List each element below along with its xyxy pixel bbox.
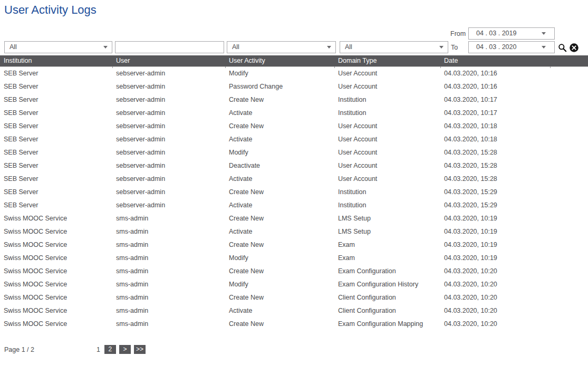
table-cell: Create New xyxy=(225,212,334,225)
institution-filter-select[interactable]: All xyxy=(4,41,112,53)
table-cell: Create New xyxy=(225,291,334,304)
table-row[interactable]: SEB Serversebserver-adminCreate NewUser … xyxy=(0,120,588,133)
next-page-button[interactable]: > xyxy=(119,345,131,354)
activity-table: Institution User User Activity Domain Ty… xyxy=(0,55,588,66)
table-cell: 04.03.2020, 15:29 xyxy=(440,186,550,199)
table-cell-filler xyxy=(550,225,588,238)
table-cell: Exam Configuration xyxy=(334,265,440,278)
table-cell: Modify xyxy=(225,67,334,80)
table-cell: sebserver-admin xyxy=(112,159,225,172)
table-cell-filler xyxy=(550,159,588,172)
clear-filter-button[interactable] xyxy=(569,43,579,52)
table-row[interactable]: SEB Serversebserver-adminModifyUser Acco… xyxy=(0,146,588,159)
user-activity-filter-select[interactable]: All xyxy=(227,41,336,53)
table-cell-filler xyxy=(550,93,588,107)
page-2-button[interactable]: 2 xyxy=(104,345,116,354)
table-cell: SEB Server xyxy=(0,80,112,93)
table-row[interactable]: SEB Serversebserver-adminPassword Change… xyxy=(0,80,588,93)
table-cell: Modify xyxy=(225,278,334,291)
table-cell: Institution xyxy=(334,186,440,199)
table-row[interactable]: Swiss MOOC Servicesms-adminCreate NewCli… xyxy=(0,291,588,304)
table-cell: User Account xyxy=(334,159,440,172)
column-header-date[interactable]: Date xyxy=(440,55,550,66)
user-filter-input[interactable] xyxy=(115,41,224,53)
table-cell: Swiss MOOC Service xyxy=(0,265,112,278)
domain-type-filter-select[interactable]: All xyxy=(340,41,448,53)
table-row[interactable]: SEB Serversebserver-adminActivateInstitu… xyxy=(0,199,588,212)
table-row[interactable]: Swiss MOOC Servicesms-adminCreate NewLMS… xyxy=(0,212,588,225)
page-title: User Activity Logs xyxy=(4,3,97,17)
table-cell: SEB Server xyxy=(0,199,112,212)
table-cell: Password Change xyxy=(225,80,334,93)
table-cell-filler xyxy=(550,304,588,318)
table-cell: Swiss MOOC Service xyxy=(0,212,112,225)
table-cell: sms-admin xyxy=(112,291,225,304)
table-row[interactable]: Swiss MOOC Servicesms-adminActivateClien… xyxy=(0,304,588,318)
search-button[interactable] xyxy=(557,43,567,52)
table-cell: Exam xyxy=(334,238,440,252)
table-cell: Exam Configuration History xyxy=(334,278,440,291)
last-page-button[interactable]: >> xyxy=(134,345,146,354)
column-header-user-activity[interactable]: User Activity xyxy=(225,55,334,66)
column-header-institution[interactable]: Institution xyxy=(0,55,112,66)
table-cell: Institution xyxy=(334,93,440,107)
table-cell: Swiss MOOC Service xyxy=(0,225,112,238)
table-cell: SEB Server xyxy=(0,67,112,80)
from-date-select[interactable]: 04 . 03 . 2019 xyxy=(468,27,555,40)
table-cell: Swiss MOOC Service xyxy=(0,304,112,318)
table-cell: Create New xyxy=(225,186,334,199)
table-cell: 04.03.2020, 10:16 xyxy=(440,80,550,93)
table-row[interactable]: SEB Serversebserver-adminActivateUser Ac… xyxy=(0,133,588,146)
table-cell-filler xyxy=(550,265,588,278)
table-cell-filler xyxy=(550,133,588,146)
column-header-user[interactable]: User xyxy=(112,55,225,66)
table-cell: sebserver-admin xyxy=(112,93,225,107)
table-cell: SEB Server xyxy=(0,186,112,199)
table-cell: 04.03.2020, 10:19 xyxy=(440,225,550,238)
table-cell: Swiss MOOC Service xyxy=(0,291,112,304)
table-cell: 04.03.2020, 15:29 xyxy=(440,199,550,212)
table-row[interactable]: SEB Serversebserver-adminCreate NewInsti… xyxy=(0,186,588,199)
pagination-summary: Page 1 / 2 xyxy=(4,346,34,353)
table-cell: User Account xyxy=(334,67,440,80)
chevron-down-icon xyxy=(542,32,546,35)
to-date-select[interactable]: 04 . 03 . 2020 xyxy=(468,41,555,53)
table-cell: SEB Server xyxy=(0,93,112,107)
table-row[interactable]: SEB Serversebserver-adminDeactivateUser … xyxy=(0,159,588,172)
table-cell-filler xyxy=(550,67,588,80)
table-cell: Activate xyxy=(225,304,334,318)
column-header-domain-type[interactable]: Domain Type xyxy=(334,55,440,66)
table-cell: Swiss MOOC Service xyxy=(0,252,112,265)
table-cell: sebserver-admin xyxy=(112,67,225,80)
user-activity-filter-value: All xyxy=(232,43,325,51)
table-row[interactable]: SEB Serversebserver-adminModifyUser Acco… xyxy=(0,67,588,80)
chevron-down-icon xyxy=(542,46,546,49)
table-cell: 04.03.2020, 10:20 xyxy=(440,265,550,278)
table-cell-filler xyxy=(550,186,588,199)
table-row[interactable]: Swiss MOOC Servicesms-adminActivateLMS S… xyxy=(0,225,588,238)
table-row[interactable]: SEB Serversebserver-adminActivateUser Ac… xyxy=(0,172,588,186)
table-cell: 04.03.2020, 10:18 xyxy=(440,120,550,133)
table-cell: 04.03.2020, 10:19 xyxy=(440,238,550,252)
table-cell: 04.03.2020, 10:20 xyxy=(440,318,550,331)
table-cell: sebserver-admin xyxy=(112,199,225,212)
table-cell: 04.03.2020, 10:17 xyxy=(440,93,550,107)
table-row[interactable]: Swiss MOOC Servicesms-adminModifyExam04.… xyxy=(0,252,588,265)
table-cell: 04.03.2020, 10:20 xyxy=(440,304,550,318)
table-row[interactable]: Swiss MOOC Servicesms-adminModifyExam Co… xyxy=(0,278,588,291)
table-cell: SEB Server xyxy=(0,146,112,159)
table-row[interactable]: Swiss MOOC Servicesms-adminCreate NewExa… xyxy=(0,265,588,278)
table-row[interactable]: SEB Serversebserver-adminCreate NewInsti… xyxy=(0,93,588,107)
table-row[interactable]: Swiss MOOC Servicesms-adminCreate NewExa… xyxy=(0,318,588,331)
table-cell-filler xyxy=(550,238,588,252)
table-cell: 04.03.2020, 10:19 xyxy=(440,252,550,265)
table-row[interactable]: SEB Serversebserver-adminActivateInstitu… xyxy=(0,107,588,120)
pagination-controls: 1 2 > >> xyxy=(95,345,146,354)
table-cell: Exam xyxy=(334,252,440,265)
table-row[interactable]: Swiss MOOC Servicesms-adminCreate NewExa… xyxy=(0,238,588,252)
table-cell: sebserver-admin xyxy=(112,146,225,159)
table-cell: Swiss MOOC Service xyxy=(0,318,112,331)
table-cell-filler xyxy=(550,146,588,159)
table-cell-filler xyxy=(550,291,588,304)
table-cell-filler xyxy=(550,252,588,265)
